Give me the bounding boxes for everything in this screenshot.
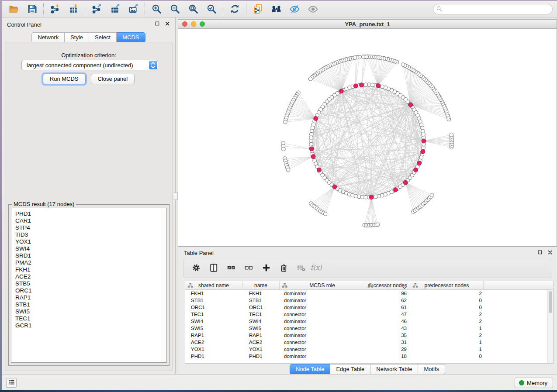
- table-row-STB1[interactable]: STB1STB1dominator620: [185, 297, 553, 304]
- toolbar-group: [227, 3, 242, 16]
- tab-style[interactable]: Style: [65, 32, 89, 43]
- tab-mcds[interactable]: MCDS: [117, 32, 145, 43]
- select-stepper-icon[interactable]: [149, 61, 157, 69]
- save-session-button[interactable]: [24, 3, 39, 16]
- criterion-select[interactable]: largest connected component (undirected): [21, 60, 158, 70]
- mcds-list-scrollbar[interactable]: [161, 209, 166, 362]
- add-row-button[interactable]: [261, 263, 271, 274]
- column-header-successor-nodes[interactable]: successor nodes: [365, 281, 410, 289]
- float-panel-button[interactable]: [537, 250, 543, 256]
- column-label: MCDS role: [309, 282, 335, 289]
- export-table-button[interactable]: [107, 3, 122, 16]
- mcds-result-item[interactable]: SRD1: [15, 252, 166, 259]
- table-row-FKH1[interactable]: FKH1FKH1dominator962: [185, 290, 553, 297]
- open-file-button[interactable]: [6, 3, 21, 16]
- mcds-result-item[interactable]: YOX1: [15, 238, 166, 245]
- column-label: shared name: [198, 282, 229, 289]
- cell-MCDS-role: dominator: [280, 333, 365, 338]
- run-mcds-button[interactable]: Run MCDS: [43, 74, 86, 84]
- memory-button[interactable]: Memory: [515, 378, 553, 388]
- cell-MCDS-role: dominator: [280, 319, 365, 324]
- export-network-button[interactable]: [89, 3, 104, 16]
- float-panel-button[interactable]: [155, 21, 161, 27]
- show-all-button[interactable]: [305, 3, 320, 16]
- tab-network[interactable]: Network: [31, 32, 65, 43]
- toolbar-group: [149, 3, 219, 16]
- refresh-view-button[interactable]: [227, 3, 242, 16]
- tab-edge-table[interactable]: Edge Table: [330, 364, 370, 375]
- cell-successor-nodes: 62: [365, 298, 410, 303]
- cell-successor-nodes: 46: [365, 319, 410, 324]
- zoom-selected-button[interactable]: [204, 3, 219, 16]
- column-header-MCDS-role[interactable]: MCDS role: [280, 281, 365, 289]
- table-row-SWI4[interactable]: SWI4SWI4dominator462: [185, 318, 553, 325]
- network-canvas[interactable]: [178, 29, 557, 246]
- mcds-result-item[interactable]: ORC1: [15, 287, 166, 294]
- column-header-name[interactable]: name: [242, 281, 280, 289]
- function-builder-button[interactable]: f(x): [313, 263, 324, 274]
- hide-selected-button[interactable]: [287, 3, 302, 16]
- tab-network-table[interactable]: Network Table: [370, 364, 418, 375]
- zoom-in-icon: [151, 3, 162, 14]
- table-row-RAP1[interactable]: RAP1RAP1dominator352: [185, 332, 553, 339]
- sort-chevron-icon[interactable]: [402, 284, 407, 287]
- close-panel-button[interactable]: [547, 250, 554, 256]
- close-icon: [547, 250, 553, 256]
- mcds-result-item[interactable]: STP4: [15, 224, 166, 231]
- mcds-result-item[interactable]: TID3: [15, 231, 166, 238]
- mcds-result-item[interactable]: RAP1: [15, 294, 166, 301]
- cell-successor-nodes: 47: [365, 312, 410, 317]
- table-row-ORC1[interactable]: ORC1ORC1dominator610: [185, 304, 553, 311]
- mcds-result-item[interactable]: GCR1: [15, 322, 166, 329]
- show-panels-button[interactable]: [6, 378, 17, 388]
- table-row-PHD1[interactable]: PHD1PHD1dominator180: [185, 353, 553, 360]
- cell-predecessor-nodes: 1: [410, 347, 484, 352]
- table-scrollbar[interactable]: [547, 290, 553, 363]
- float-icon: [537, 250, 543, 256]
- column-header-shared-name[interactable]: shared name: [185, 281, 242, 289]
- clear-table-button[interactable]: [296, 263, 306, 274]
- settings-gear-button[interactable]: [191, 263, 201, 274]
- mcds-result-item[interactable]: SWI5: [15, 308, 166, 315]
- zoom-out-button[interactable]: [167, 3, 182, 16]
- export-image-button[interactable]: [126, 3, 141, 16]
- mcds-result-item[interactable]: PMA2: [15, 259, 166, 266]
- first-neighbors-button[interactable]: [269, 3, 284, 16]
- close-panel-button[interactable]: [165, 21, 171, 27]
- table-row-TEC1[interactable]: TEC1TEC1connector472: [185, 311, 553, 318]
- table-row-YOX1[interactable]: YOX1YOX1connector291: [185, 346, 553, 353]
- tab-node-table[interactable]: Node Table: [290, 364, 331, 375]
- criterion-select-value: largest connected component (undirected): [27, 62, 133, 69]
- column-header-predecessor-nodes[interactable]: predecessor nodes: [410, 281, 484, 289]
- zoom-fit-button[interactable]: [186, 3, 201, 16]
- network-window-titlebar[interactable]: YPA_prune.txt_1: [178, 20, 557, 29]
- delete-row-button[interactable]: [278, 263, 289, 274]
- mcds-result-item[interactable]: STB5: [15, 280, 166, 287]
- mcds-result-groupbox: MCDS result (17 nodes) PHD1CAR1STP4TID3Y…: [8, 204, 170, 366]
- zoom-selected-icon: [206, 3, 217, 14]
- mcds-result-item[interactable]: TEC1: [15, 315, 166, 322]
- copy-network-button[interactable]: [250, 3, 265, 16]
- mcds-result-item[interactable]: ACE2: [15, 273, 166, 280]
- tab-select[interactable]: Select: [89, 32, 117, 43]
- table-row-SWI5[interactable]: SWI5SWI5connector431: [185, 325, 553, 332]
- select-all-button[interactable]: [226, 263, 236, 274]
- mcds-result-item[interactable]: CAR1: [15, 217, 166, 224]
- close-panel-button[interactable]: Close panel: [91, 74, 135, 84]
- import-network-button[interactable]: [48, 3, 62, 16]
- splitter-collapse-handle[interactable]: [174, 193, 178, 200]
- table-row-ACE2[interactable]: ACE2ACE2connector311: [185, 339, 553, 346]
- mcds-result-item[interactable]: SWI4: [15, 245, 166, 252]
- toggle-columns-button[interactable]: [208, 263, 219, 274]
- settings-gear-icon: [191, 263, 201, 274]
- import-table-button[interactable]: [66, 3, 81, 16]
- mcds-result-item[interactable]: STB1: [15, 301, 166, 308]
- tab-motifs[interactable]: Motifs: [418, 364, 445, 375]
- zoom-in-button[interactable]: [149, 3, 164, 16]
- table-scrollbar-thumb[interactable]: [549, 291, 552, 313]
- search-input[interactable]: [433, 4, 553, 14]
- mcds-result-item[interactable]: FKH1: [15, 266, 166, 273]
- deselect-all-button[interactable]: [243, 263, 254, 274]
- mcds-result-list[interactable]: PHD1CAR1STP4TID3YOX1SWI4SRD1PMA2FKH1ACE2…: [11, 208, 167, 363]
- mcds-result-item[interactable]: PHD1: [15, 210, 166, 217]
